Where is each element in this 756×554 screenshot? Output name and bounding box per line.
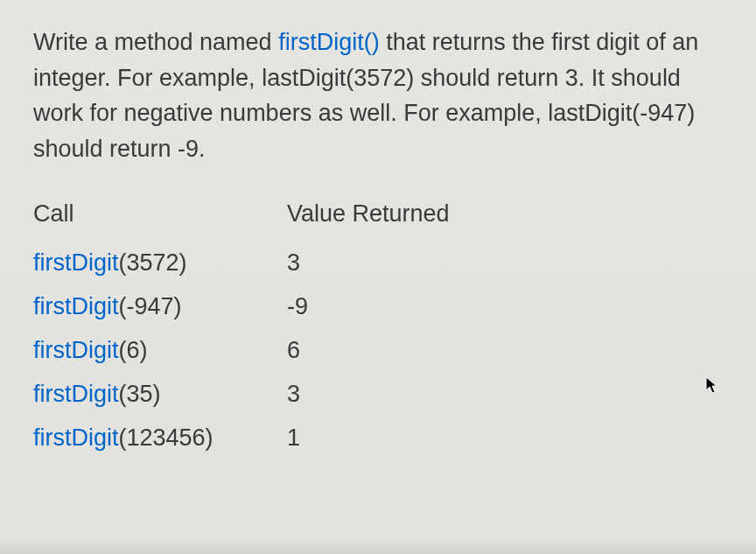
mouse-cursor-icon [705,376,721,401]
examples-table: Call Value Returned firstDigit(3572) 3 f… [33,193,723,460]
header-call: Call [33,193,287,236]
call-cell: firstDigit(3572) [33,242,287,285]
result-cell: -9 [287,285,308,329]
table-row: firstDigit(3572) 3 [33,242,723,285]
func-arg: (123456) [119,424,214,451]
table-header: Call Value Returned [33,193,723,236]
func-name: firstDigit [33,381,119,407]
func-name: firstDigit [33,424,119,451]
call-cell: firstDigit(123456) [33,417,287,460]
func-name: firstDigit [33,249,119,276]
table-row: firstDigit(6) 6 [33,329,723,373]
func-arg: (3572) [119,249,187,276]
problem-description: Write a method named firstDigit() that r… [33,25,723,166]
header-value: Value Returned [287,193,450,236]
method-name: firstDigit() [278,29,380,55]
table-row: firstDigit(123456) 1 [33,417,723,460]
table-row: firstDigit(-947) -9 [33,285,723,329]
bottom-shadow [0,536,756,554]
result-cell: 3 [287,242,300,285]
call-cell: firstDigit(6) [33,329,287,373]
call-cell: firstDigit(35) [33,373,287,417]
call-cell: firstDigit(-947) [33,285,287,329]
func-name: firstDigit [33,293,119,319]
func-arg: (35) [119,381,161,407]
result-cell: 6 [287,329,300,373]
table-row: firstDigit(35) 3 [33,373,723,417]
func-arg: (6) [119,337,148,363]
desc-text-before: Write a method named [33,29,278,55]
func-name: firstDigit [33,337,119,363]
result-cell: 1 [287,417,300,460]
result-cell: 3 [287,373,300,417]
func-arg: (-947) [119,293,182,319]
